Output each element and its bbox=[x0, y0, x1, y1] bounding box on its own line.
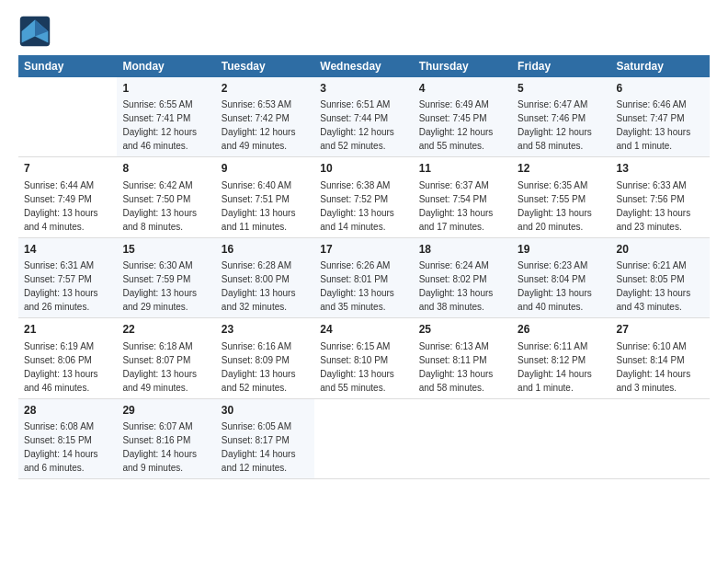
day-cell: 9Sunrise: 6:40 AM Sunset: 7:51 PM Daylig… bbox=[216, 157, 314, 237]
day-info: Sunrise: 6:19 AM Sunset: 8:06 PM Dayligh… bbox=[24, 339, 111, 395]
day-cell: 1Sunrise: 6:55 AM Sunset: 7:41 PM Daylig… bbox=[117, 77, 215, 157]
day-info: Sunrise: 6:24 AM Sunset: 8:02 PM Dayligh… bbox=[419, 259, 506, 314]
day-cell: 10Sunrise: 6:38 AM Sunset: 7:52 PM Dayli… bbox=[314, 157, 413, 237]
day-cell: 30Sunrise: 6:05 AM Sunset: 8:17 PM Dayli… bbox=[216, 398, 314, 478]
day-cell: 16Sunrise: 6:28 AM Sunset: 8:00 PM Dayli… bbox=[216, 237, 314, 317]
day-cell: 13Sunrise: 6:33 AM Sunset: 7:56 PM Dayli… bbox=[611, 157, 710, 237]
day-info: Sunrise: 6:47 AM Sunset: 7:46 PM Dayligh… bbox=[518, 98, 605, 153]
day-info: Sunrise: 6:44 AM Sunset: 7:49 PM Dayligh… bbox=[24, 178, 111, 234]
day-number: 27 bbox=[617, 322, 704, 338]
day-number: 10 bbox=[320, 161, 407, 177]
day-number: 30 bbox=[222, 403, 309, 419]
week-row-5: 28Sunrise: 6:08 AM Sunset: 8:15 PM Dayli… bbox=[18, 398, 710, 478]
day-cell bbox=[611, 398, 710, 478]
day-info: Sunrise: 6:49 AM Sunset: 7:45 PM Dayligh… bbox=[419, 98, 506, 153]
day-cell: 24Sunrise: 6:15 AM Sunset: 8:10 PM Dayli… bbox=[314, 318, 413, 398]
day-info: Sunrise: 6:51 AM Sunset: 7:44 PM Dayligh… bbox=[320, 98, 407, 153]
day-info: Sunrise: 6:35 AM Sunset: 7:55 PM Dayligh… bbox=[518, 178, 605, 234]
day-cell: 27Sunrise: 6:10 AM Sunset: 8:14 PM Dayli… bbox=[611, 318, 710, 398]
day-cell bbox=[414, 398, 512, 478]
day-info: Sunrise: 6:18 AM Sunset: 8:07 PM Dayligh… bbox=[122, 339, 210, 395]
day-cell: 11Sunrise: 6:37 AM Sunset: 7:54 PM Dayli… bbox=[414, 157, 512, 237]
day-info: Sunrise: 6:05 AM Sunset: 8:17 PM Dayligh… bbox=[222, 419, 309, 475]
day-number: 14 bbox=[24, 242, 111, 258]
day-number: 13 bbox=[617, 161, 704, 177]
day-number: 2 bbox=[222, 81, 309, 97]
day-cell: 7Sunrise: 6:44 AM Sunset: 7:49 PM Daylig… bbox=[18, 157, 117, 237]
day-number: 19 bbox=[518, 242, 605, 258]
day-number: 20 bbox=[617, 242, 704, 258]
day-info: Sunrise: 6:16 AM Sunset: 8:09 PM Dayligh… bbox=[222, 339, 309, 395]
day-info: Sunrise: 6:40 AM Sunset: 7:51 PM Dayligh… bbox=[222, 178, 309, 234]
day-info: Sunrise: 6:26 AM Sunset: 8:01 PM Dayligh… bbox=[320, 259, 407, 314]
day-number: 11 bbox=[419, 161, 506, 177]
day-info: Sunrise: 6:37 AM Sunset: 7:54 PM Dayligh… bbox=[419, 178, 506, 234]
day-number: 1 bbox=[122, 81, 210, 97]
day-cell bbox=[314, 398, 413, 478]
day-info: Sunrise: 6:13 AM Sunset: 8:11 PM Dayligh… bbox=[419, 339, 506, 395]
calendar-table: SundayMondayTuesdayWednesdayThursdayFrid… bbox=[18, 55, 710, 479]
col-header-monday: Monday bbox=[117, 55, 215, 77]
col-header-sunday: Sunday bbox=[18, 55, 117, 77]
day-cell: 21Sunrise: 6:19 AM Sunset: 8:06 PM Dayli… bbox=[18, 318, 117, 398]
day-number: 22 bbox=[122, 322, 210, 338]
day-number: 3 bbox=[320, 81, 407, 97]
day-number: 17 bbox=[320, 242, 407, 258]
day-number: 24 bbox=[320, 322, 407, 338]
day-number: 7 bbox=[24, 161, 111, 177]
col-header-saturday: Saturday bbox=[611, 55, 710, 77]
day-info: Sunrise: 6:10 AM Sunset: 8:14 PM Dayligh… bbox=[617, 339, 704, 395]
day-number: 26 bbox=[518, 322, 605, 338]
day-number: 21 bbox=[24, 322, 111, 338]
day-cell: 18Sunrise: 6:24 AM Sunset: 8:02 PM Dayli… bbox=[414, 237, 512, 317]
day-info: Sunrise: 6:55 AM Sunset: 7:41 PM Dayligh… bbox=[122, 98, 210, 153]
day-info: Sunrise: 6:30 AM Sunset: 7:59 PM Dayligh… bbox=[122, 259, 210, 314]
day-info: Sunrise: 6:28 AM Sunset: 8:00 PM Dayligh… bbox=[222, 259, 309, 314]
day-number: 8 bbox=[122, 161, 210, 177]
day-cell: 8Sunrise: 6:42 AM Sunset: 7:50 PM Daylig… bbox=[117, 157, 215, 237]
day-number: 25 bbox=[419, 322, 506, 338]
day-number: 29 bbox=[122, 403, 210, 419]
day-info: Sunrise: 6:08 AM Sunset: 8:15 PM Dayligh… bbox=[24, 419, 111, 475]
header bbox=[18, 15, 710, 48]
day-cell: 22Sunrise: 6:18 AM Sunset: 8:07 PM Dayli… bbox=[117, 318, 215, 398]
day-number: 16 bbox=[222, 242, 309, 258]
day-info: Sunrise: 6:53 AM Sunset: 7:42 PM Dayligh… bbox=[222, 98, 309, 153]
day-info: Sunrise: 6:23 AM Sunset: 8:04 PM Dayligh… bbox=[518, 259, 605, 314]
day-number: 23 bbox=[222, 322, 309, 338]
week-row-1: 1Sunrise: 6:55 AM Sunset: 7:41 PM Daylig… bbox=[18, 77, 710, 157]
day-cell bbox=[512, 398, 610, 478]
logo-icon bbox=[18, 15, 51, 48]
col-header-friday: Friday bbox=[512, 55, 610, 77]
day-cell: 26Sunrise: 6:11 AM Sunset: 8:12 PM Dayli… bbox=[512, 318, 610, 398]
day-number: 15 bbox=[122, 242, 210, 258]
day-cell: 5Sunrise: 6:47 AM Sunset: 7:46 PM Daylig… bbox=[512, 77, 610, 157]
day-cell: 20Sunrise: 6:21 AM Sunset: 8:05 PM Dayli… bbox=[611, 237, 710, 317]
day-info: Sunrise: 6:38 AM Sunset: 7:52 PM Dayligh… bbox=[320, 178, 407, 234]
day-info: Sunrise: 6:42 AM Sunset: 7:50 PM Dayligh… bbox=[122, 178, 210, 234]
page: SundayMondayTuesdayWednesdayThursdayFrid… bbox=[0, 0, 728, 488]
day-number: 12 bbox=[518, 161, 605, 177]
day-cell: 28Sunrise: 6:08 AM Sunset: 8:15 PM Dayli… bbox=[18, 398, 117, 478]
day-number: 6 bbox=[617, 81, 704, 97]
day-info: Sunrise: 6:15 AM Sunset: 8:10 PM Dayligh… bbox=[320, 339, 407, 395]
day-cell: 17Sunrise: 6:26 AM Sunset: 8:01 PM Dayli… bbox=[314, 237, 413, 317]
day-cell: 14Sunrise: 6:31 AM Sunset: 7:57 PM Dayli… bbox=[18, 237, 117, 317]
day-cell: 3Sunrise: 6:51 AM Sunset: 7:44 PM Daylig… bbox=[314, 77, 413, 157]
day-cell: 6Sunrise: 6:46 AM Sunset: 7:47 PM Daylig… bbox=[611, 77, 710, 157]
day-number: 28 bbox=[24, 403, 111, 419]
day-cell: 12Sunrise: 6:35 AM Sunset: 7:55 PM Dayli… bbox=[512, 157, 610, 237]
day-number: 18 bbox=[419, 242, 506, 258]
day-cell: 29Sunrise: 6:07 AM Sunset: 8:16 PM Dayli… bbox=[117, 398, 215, 478]
day-number: 5 bbox=[518, 81, 605, 97]
logo bbox=[18, 15, 55, 48]
col-header-thursday: Thursday bbox=[414, 55, 512, 77]
day-cell bbox=[18, 77, 117, 157]
header-row: SundayMondayTuesdayWednesdayThursdayFrid… bbox=[18, 55, 710, 77]
week-row-3: 14Sunrise: 6:31 AM Sunset: 7:57 PM Dayli… bbox=[18, 237, 710, 317]
col-header-tuesday: Tuesday bbox=[216, 55, 314, 77]
day-cell: 2Sunrise: 6:53 AM Sunset: 7:42 PM Daylig… bbox=[216, 77, 314, 157]
day-cell: 23Sunrise: 6:16 AM Sunset: 8:09 PM Dayli… bbox=[216, 318, 314, 398]
day-info: Sunrise: 6:11 AM Sunset: 8:12 PM Dayligh… bbox=[518, 339, 605, 395]
day-info: Sunrise: 6:07 AM Sunset: 8:16 PM Dayligh… bbox=[122, 419, 210, 475]
